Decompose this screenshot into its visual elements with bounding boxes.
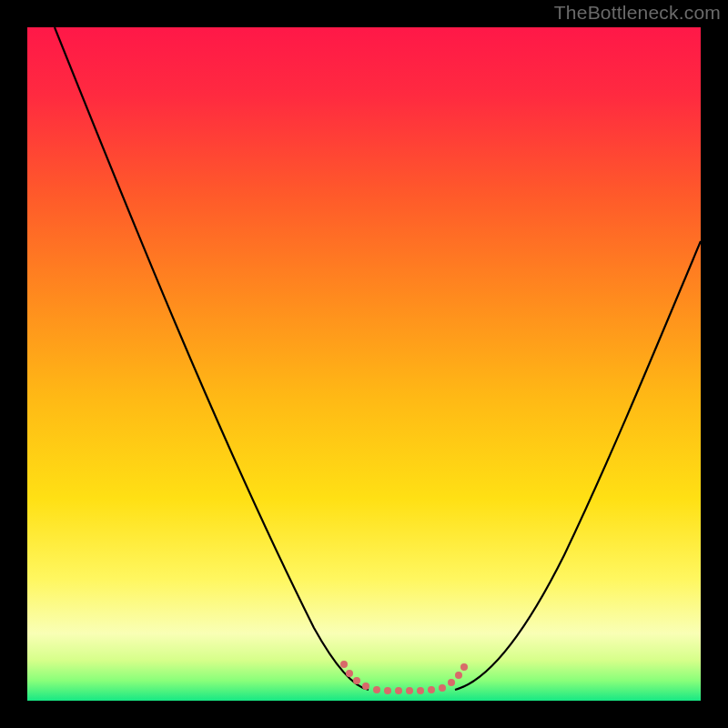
watermark-text: TheBottleneck.com <box>554 2 721 24</box>
curve-left <box>55 27 369 690</box>
bottleneck-curve <box>27 27 701 701</box>
plot-area <box>27 27 701 701</box>
curve-right <box>455 241 701 690</box>
chart-container: TheBottleneck.com <box>0 0 728 728</box>
